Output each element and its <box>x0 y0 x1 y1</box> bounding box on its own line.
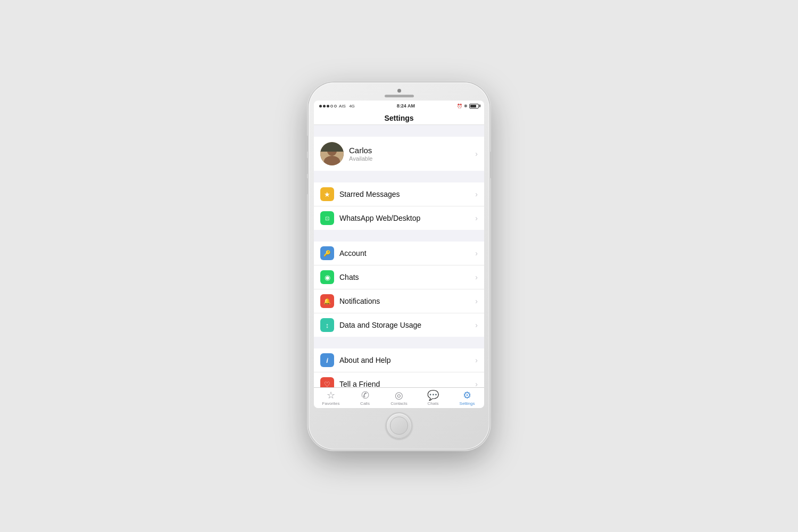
home-button-inner <box>390 417 408 435</box>
calls-icon: ✆ <box>361 390 369 400</box>
profile-info: Carlos Available <box>349 146 472 162</box>
profile-row[interactable]: Carlos Available › <box>314 137 484 171</box>
data-storage-chevron: › <box>475 321 478 329</box>
profile-status: Available <box>349 155 472 162</box>
navigation-bar: Settings <box>314 111 484 125</box>
tab-settings[interactable]: ⚙ Settings <box>450 390 484 406</box>
tell-friend-label: Tell a Friend <box>339 380 472 387</box>
about-help-chevron: › <box>475 356 478 364</box>
settings-items-section: 🔑 Account › ◉ Chats › 🔔 Notificat <box>314 242 484 337</box>
speaker <box>385 95 414 97</box>
data-icon: ↕ <box>320 318 334 332</box>
settings-content: Carlos Available › ★ Starred Messages › <box>314 125 484 387</box>
account-label: Account <box>339 249 472 257</box>
status-left: AIS 4G <box>319 104 355 109</box>
data-storage-label: Data and Storage Usage <box>339 321 472 329</box>
battery-fill <box>470 105 476 107</box>
help-items-section: i About and Help › ♡ Tell a Friend › <box>314 348 484 387</box>
profile-section: Carlos Available › <box>314 137 484 171</box>
key-icon: 🔑 <box>320 246 334 260</box>
whatsapp-web-row[interactable]: ⊡ WhatsApp Web/Desktop › <box>314 206 484 230</box>
home-button[interactable] <box>386 412 412 439</box>
phone-frame: AIS 4G 8:24 AM ⏰ ❋ Settings <box>309 82 489 450</box>
tell-friend-chevron: › <box>475 380 478 387</box>
phone-top <box>314 89 484 97</box>
signal-dot-2 <box>323 105 326 107</box>
tab-favorites[interactable]: ☆ Favorites <box>314 390 348 406</box>
account-chevron: › <box>475 249 478 257</box>
phone-screen: AIS 4G 8:24 AM ⏰ ❋ Settings <box>314 101 484 408</box>
profile-chevron: › <box>475 149 478 158</box>
calls-label: Calls <box>360 401 370 406</box>
status-bar: AIS 4G 8:24 AM ⏰ ❋ <box>314 101 484 111</box>
section-divider-2 <box>314 230 484 242</box>
chats-row[interactable]: ◉ Chats › <box>314 265 484 289</box>
network-label: 4G <box>349 104 355 109</box>
bluetooth-icon: ❋ <box>464 104 468 109</box>
status-time: 8:24 AM <box>397 103 415 109</box>
signal-dot-4 <box>330 105 333 107</box>
bell-icon: 🔔 <box>320 294 334 308</box>
avatar <box>320 142 344 165</box>
profile-name: Carlos <box>349 146 472 155</box>
quick-items-section: ★ Starred Messages › ⊡ WhatsApp Web/Desk… <box>314 182 484 230</box>
favorites-label: Favorites <box>322 401 340 406</box>
notifications-chevron: › <box>475 297 478 305</box>
whatsapp-web-label: WhatsApp Web/Desktop <box>339 214 472 222</box>
tab-chats[interactable]: 💬 Chats <box>416 390 450 406</box>
alarm-icon: ⏰ <box>457 104 462 109</box>
tell-friend-row[interactable]: ♡ Tell a Friend › <box>314 372 484 387</box>
settings-tab-label: Settings <box>460 401 475 406</box>
starred-messages-row[interactable]: ★ Starred Messages › <box>314 182 484 206</box>
section-divider-1 <box>314 171 484 182</box>
about-help-label: About and Help <box>339 356 472 364</box>
battery-icon <box>469 104 479 109</box>
favorites-icon: ☆ <box>327 390 335 400</box>
starred-messages-label: Starred Messages <box>339 190 472 198</box>
tab-chats-label: Chats <box>428 401 439 406</box>
starred-chevron: › <box>475 190 478 198</box>
tab-chats-icon: 💬 <box>427 390 439 400</box>
info-icon: i <box>320 353 334 367</box>
contacts-label: Contacts <box>390 401 408 406</box>
tab-calls[interactable]: ✆ Calls <box>348 390 382 406</box>
chats-chevron: › <box>475 273 478 281</box>
account-row[interactable]: 🔑 Account › <box>314 242 484 265</box>
signal-dot-3 <box>327 105 329 107</box>
carrier-label: AIS <box>339 104 346 109</box>
signal-dot-1 <box>319 105 322 107</box>
desktop-icon: ⊡ <box>320 211 334 225</box>
star-icon: ★ <box>320 187 334 201</box>
whatsapp-web-chevron: › <box>475 214 478 222</box>
avatar-hat <box>320 142 344 152</box>
data-storage-row[interactable]: ↕ Data and Storage Usage › <box>314 313 484 337</box>
section-divider-top <box>314 125 484 137</box>
signal-dot-5 <box>334 105 337 107</box>
section-divider-3 <box>314 337 484 348</box>
avatar-face <box>320 142 344 165</box>
settings-icon: ⚙ <box>463 390 471 400</box>
camera <box>397 89 401 93</box>
about-help-row[interactable]: i About and Help › <box>314 348 484 372</box>
contacts-icon: ◎ <box>395 390 403 400</box>
signal-dots <box>319 105 337 107</box>
nav-title: Settings <box>384 114 413 122</box>
tab-contacts[interactable]: ◎ Contacts <box>382 390 416 406</box>
notifications-row[interactable]: 🔔 Notifications › <box>314 289 484 313</box>
tab-bar: ☆ Favorites ✆ Calls ◎ Contacts 💬 Chats ⚙… <box>314 387 484 408</box>
heart-icon: ♡ <box>320 377 334 387</box>
chats-label: Chats <box>339 273 472 281</box>
notifications-label: Notifications <box>339 297 472 305</box>
chats-icon: ◉ <box>320 270 334 284</box>
status-right: ⏰ ❋ <box>457 104 479 109</box>
